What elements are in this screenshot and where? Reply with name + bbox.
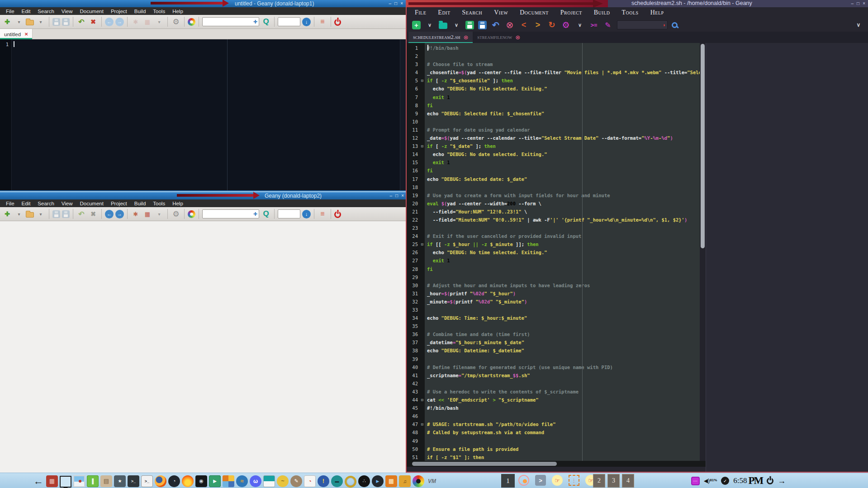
new-button[interactable]: ✚: [2, 17, 12, 27]
audio-headphones-icon[interactable]: ≈: [236, 475, 248, 487]
close-button[interactable]: ×: [863, 0, 865, 7]
color-picker-button[interactable]: ✎: [603, 20, 613, 30]
color-chooser-button[interactable]: [188, 18, 195, 26]
firefox-icon[interactable]: [155, 475, 166, 487]
new-dropdown[interactable]: ▾: [14, 209, 24, 219]
nav-forward-button[interactable]: >: [533, 20, 543, 30]
close-doc-button[interactable]: ⊗: [505, 20, 515, 30]
menu-document[interactable]: Document: [77, 201, 107, 206]
task-prompt-icon[interactable]: >: [535, 475, 546, 486]
menu-project[interactable]: Project: [555, 9, 588, 16]
clock[interactable]: 6:58PM: [733, 475, 763, 487]
office-chart-icon[interactable]: ◔: [304, 475, 316, 487]
workspace-3-button[interactable]: 3: [607, 474, 620, 488]
tab-close-icon[interactable]: ⊗: [463, 34, 468, 41]
build-dropdown[interactable]: ∨: [575, 20, 585, 30]
vm-icon[interactable]: VM: [426, 475, 438, 487]
open-dropdown[interactable]: ▾: [36, 209, 46, 219]
gimp-icon[interactable]: ✎: [290, 475, 302, 487]
clapper-icon[interactable]: ▬: [331, 475, 343, 487]
nav-forward-button[interactable]: →: [115, 210, 124, 218]
menu-help[interactable]: Help: [645, 9, 669, 16]
menu-build[interactable]: Build: [131, 9, 149, 14]
chat-tray-icon[interactable]: ⋯: [691, 477, 700, 485]
tab-untitled[interactable]: untitled ✕: [0, 29, 33, 39]
menu-document[interactable]: Document: [514, 9, 554, 16]
menu-tools[interactable]: Tools: [617, 9, 644, 16]
goto-line-entry[interactable]: [278, 17, 300, 26]
nav-back-button[interactable]: ←: [105, 210, 114, 218]
menu-project[interactable]: Project: [108, 201, 130, 206]
document-list-button[interactable]: ≡: [318, 17, 327, 27]
new-dropdown[interactable]: ▾: [14, 17, 24, 27]
folder-star-icon[interactable]: ★: [114, 475, 126, 487]
video-editor-icon[interactable]: ▶: [209, 475, 221, 487]
run-gears-button[interactable]: ⚙: [171, 209, 181, 219]
tab-streamfilenow[interactable]: streamfilenow⊗: [473, 32, 525, 43]
workspace-1-button[interactable]: 1: [501, 474, 515, 488]
save-button[interactable]: [465, 21, 474, 29]
build-dropdown[interactable]: ▾: [154, 209, 164, 219]
revert-button[interactable]: ↶: [76, 17, 86, 27]
film-reel-icon[interactable]: ▶: [372, 475, 384, 487]
menu-help[interactable]: Help: [169, 9, 186, 14]
app-grid-icon[interactable]: [223, 475, 234, 487]
menu-search[interactable]: Search: [457, 9, 488, 16]
nav-forward-button[interactable]: →: [115, 18, 124, 26]
quit-button[interactable]: [334, 211, 341, 218]
minimize-button[interactable]: –: [851, 0, 854, 7]
notes-split-icon[interactable]: [263, 475, 275, 487]
revert-button[interactable]: ↶: [76, 209, 86, 219]
menu-edit[interactable]: Edit: [19, 9, 34, 14]
flame-icon[interactable]: [182, 475, 194, 487]
minimize-button[interactable]: –: [389, 0, 392, 7]
minimize-button[interactable]: –: [390, 192, 393, 199]
quit-button[interactable]: [334, 19, 341, 26]
new-button[interactable]: +: [412, 21, 421, 29]
save-button[interactable]: [52, 210, 60, 218]
scrollbar-thumb[interactable]: [412, 462, 557, 466]
menu-search[interactable]: Search: [34, 201, 57, 206]
workspace-4-button[interactable]: 4: [622, 474, 634, 488]
search-entry[interactable]: ✚: [202, 209, 259, 218]
nav-back-button[interactable]: ←: [105, 18, 114, 26]
menu-edit[interactable]: Edit: [432, 9, 455, 16]
close-doc-button[interactable]: ✖: [88, 209, 98, 219]
goto-line-button[interactable]: ↓: [302, 210, 311, 218]
open-button[interactable]: [439, 23, 447, 29]
power-icon[interactable]: [767, 478, 773, 484]
w1-editor[interactable]: 1: [0, 39, 406, 190]
tab-schedulestream2.sh[interactable]: schedulestream2.sh⊗: [408, 32, 473, 43]
file-cabinet-icon[interactable]: ▤: [100, 475, 112, 487]
terminal-icon[interactable]: >_: [128, 475, 139, 487]
menu-view[interactable]: View: [58, 9, 76, 14]
search-button[interactable]: Q: [261, 209, 271, 219]
maximize-button[interactable]: □: [394, 0, 397, 7]
w3-horizontal-scrollbar[interactable]: [407, 461, 706, 467]
menu-file[interactable]: File: [409, 9, 432, 16]
document-list-button[interactable]: ≡: [318, 209, 327, 219]
new-dropdown[interactable]: ∨: [425, 20, 435, 30]
menu-view[interactable]: View: [58, 201, 76, 206]
display-icon[interactable]: [60, 476, 71, 488]
shutter-icon[interactable]: [413, 475, 424, 487]
maximize-button[interactable]: □: [857, 0, 859, 7]
menu-help[interactable]: Help: [169, 201, 186, 206]
scrollbar-thumb[interactable]: [701, 44, 705, 248]
radio-icon[interactable]: ♫: [399, 475, 411, 487]
toolbar-overflow-button[interactable]: ∨: [854, 20, 863, 30]
nav-back-button[interactable]: <: [519, 20, 529, 30]
search-button[interactable]: Q: [261, 17, 271, 27]
obs-icon[interactable]: ∴: [358, 475, 370, 487]
w3-titlebar[interactable]: schedulestream2.sh - /home/donald/bin - …: [407, 0, 868, 7]
updates-badge-icon[interactable]: ✓: [721, 477, 729, 485]
fold-marker-icon[interactable]: ⊟: [420, 142, 425, 150]
search-entry[interactable]: ✚: [202, 17, 259, 26]
build-button[interactable]: ▦: [142, 209, 152, 219]
volume-icon[interactable]: ◀)81%: [704, 478, 717, 484]
save-all-button[interactable]: [62, 18, 70, 26]
compile-button[interactable]: ✱: [131, 209, 141, 219]
task-hand-icon[interactable]: ☞: [552, 475, 563, 486]
back-arrow-icon[interactable]: ←: [33, 475, 44, 487]
w3-editor[interactable]: 1#!/bin/bash23# Choose file to stream4_c…: [407, 43, 700, 461]
